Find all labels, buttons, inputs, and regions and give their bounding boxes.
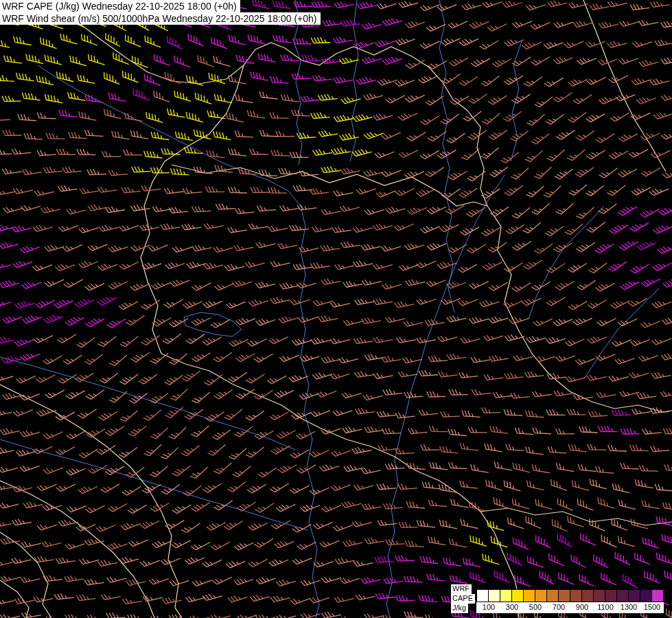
legend-units-label: J/kg — [451, 604, 468, 613]
legend-swatch — [640, 589, 652, 602]
legend-ticks: 100300500700900110013001500 — [476, 602, 664, 613]
legend-tick-label: 500 — [529, 603, 542, 611]
legend-swatch — [511, 589, 524, 602]
legend-swatch — [581, 589, 594, 602]
weather-map-canvas — [0, 0, 672, 618]
legend-tick-label: 100 — [483, 603, 495, 611]
legend-tick-label: 1500 — [644, 603, 660, 611]
legend-colorbar-swatches — [476, 589, 664, 602]
legend-swatch — [593, 589, 605, 602]
legend-tick-label: 900 — [576, 603, 588, 611]
legend-swatch — [558, 589, 570, 602]
legend-swatch — [488, 589, 500, 602]
legend-colorbar: 100300500700900110013001500 — [476, 589, 664, 613]
legend-swatch — [535, 589, 547, 602]
legend-tick-label: 700 — [553, 603, 565, 611]
legend-swatch — [616, 589, 629, 602]
legend-tick-label: 1300 — [621, 603, 637, 611]
weather-map: WRF CAPE (J/kg) Wednesday 22-10-2025 18:… — [0, 0, 672, 618]
legend-swatch — [605, 589, 617, 602]
legend-swatch — [570, 589, 582, 602]
legend-swatch — [500, 589, 512, 602]
legend-swatch — [651, 589, 664, 602]
cape-legend: WRF CAPE J/kg 10030050070090011001300150… — [451, 584, 664, 613]
legend-model-label: WRF — [451, 584, 472, 594]
title-cape-line: WRF CAPE (J/kg) Wednesday 22-10-2025 18:… — [0, 0, 240, 12]
legend-field-label: CAPE — [451, 594, 475, 604]
legend-swatch — [523, 589, 535, 602]
map-titles: WRF CAPE (J/kg) Wednesday 22-10-2025 18:… — [0, 0, 321, 25]
legend-swatch — [628, 589, 640, 602]
legend-swatch — [476, 589, 489, 602]
legend-swatch — [546, 589, 559, 602]
legend-tick-label: 300 — [506, 603, 518, 611]
legend-tick-label: 1100 — [597, 603, 614, 611]
legend-labels: WRF CAPE J/kg — [451, 584, 475, 613]
title-shear-line: WRF Wind shear (m/s) 500/1000hPa Wednesd… — [0, 12, 321, 25]
